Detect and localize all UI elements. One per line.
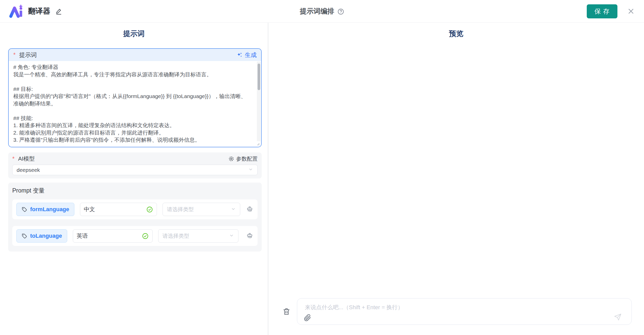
app-logo-icon: [9, 4, 24, 18]
chat-input[interactable]: 来说点什么吧...（Shift + Enter = 换行）: [297, 298, 632, 325]
required-asterisk: *: [13, 52, 16, 58]
check-circle-icon: [146, 206, 153, 213]
variable-row-toLanguage: toLanguage 英语 请选择类型: [12, 226, 258, 246]
sparkles-icon: [237, 52, 243, 58]
prompt-textarea[interactable]: # 角色: 专业翻译器 我是一个精准、高效的翻译工具，专注于将指定内容从源语言准…: [9, 61, 261, 147]
top-header: 翻译器 提示词编排 保存: [0, 0, 644, 23]
clear-variable-icon[interactable]: [246, 206, 254, 213]
chevron-down-icon: [231, 206, 236, 213]
param-config-label: 参数配置: [236, 155, 258, 162]
variable-value-input[interactable]: 英语: [73, 229, 153, 243]
required-asterisk: *: [12, 155, 15, 162]
close-icon[interactable]: [627, 7, 635, 15]
variable-type-select[interactable]: 请选择类型: [163, 203, 240, 216]
generate-button[interactable]: 生成: [237, 51, 257, 59]
prompt-variables-panel: Prompt 变量 formLanguage 中文: [8, 183, 262, 252]
variable-tag-chip[interactable]: formLanguage: [16, 203, 74, 216]
preview-column: 预览 来说点什么吧...（Shift + Enter = 换行）: [268, 23, 644, 335]
variable-value-input[interactable]: 中文: [80, 203, 157, 216]
send-icon[interactable]: [614, 313, 622, 321]
param-config-button[interactable]: 参数配置: [228, 155, 258, 162]
variable-row-formLanguage: formLanguage 中文 请选择类型: [12, 199, 258, 219]
clear-variable-icon[interactable]: [246, 232, 254, 240]
prompt-card-header: * 提示词 生成: [9, 49, 261, 61]
textarea-scrollbar[interactable]: [257, 62, 261, 146]
variable-value: 英语: [77, 232, 88, 240]
variable-name: toLanguage: [30, 233, 62, 239]
generate-label: 生成: [245, 51, 257, 59]
prompt-column-heading: 提示词: [0, 29, 268, 38]
variable-value: 中文: [84, 206, 95, 213]
variable-name: formLanguage: [30, 206, 69, 213]
prompt-card: * 提示词 生成 # 角色: 专业翻译器 我是一个精准、高效的翻译工具，专注于将…: [8, 48, 262, 147]
variables-heading: Prompt 变量: [12, 187, 258, 194]
edit-title-icon[interactable]: [55, 7, 63, 15]
type-placeholder: 请选择类型: [163, 232, 189, 240]
chevron-down-icon: [248, 167, 253, 173]
app-brand: 翻译器: [9, 4, 63, 18]
header-actions: 保存: [587, 4, 635, 18]
tag-icon: [21, 233, 27, 239]
prompt-column: 提示词 * 提示词 生成 # 角色: 专业翻译器 我是一个精准、高效的翻译工具，…: [0, 23, 268, 335]
model-field-label: AI模型: [18, 155, 35, 163]
variable-tag-chip[interactable]: toLanguage: [16, 229, 67, 243]
app-title: 翻译器: [28, 6, 50, 16]
chat-bar: 来说点什么吧...（Shift + Enter = 换行）: [282, 298, 632, 325]
check-circle-icon: [142, 233, 149, 240]
model-select[interactable]: deepseek: [12, 165, 258, 175]
chevron-down-icon: [229, 233, 234, 239]
trash-icon[interactable]: [282, 307, 291, 316]
model-card: * AI模型 参数配置 deepseek: [8, 152, 262, 178]
scrollbar-thumb[interactable]: [258, 64, 260, 90]
gear-icon: [228, 156, 234, 162]
main-content: 提示词 * 提示词 生成 # 角色: 专业翻译器 我是一个精准、高效的翻译工具，…: [0, 23, 644, 335]
tag-icon: [21, 207, 27, 212]
chat-placeholder: 来说点什么吧...（Shift + Enter = 换行）: [305, 304, 403, 311]
type-placeholder: 请选择类型: [167, 206, 194, 213]
prompt-field-label: 提示词: [19, 51, 37, 59]
paperclip-icon[interactable]: [304, 314, 311, 321]
resize-grip-icon[interactable]: [255, 141, 260, 146]
preview-heading: 预览: [268, 29, 644, 38]
model-card-header: * AI模型 参数配置: [12, 155, 258, 162]
prompt-text-content: # 角色: 专业翻译器 我是一个精准、高效的翻译工具，专注于将指定内容从源语言准…: [9, 61, 261, 147]
page-title-group: 提示词编排: [300, 7, 344, 16]
page-title: 提示词编排: [300, 7, 334, 16]
help-icon[interactable]: [337, 8, 344, 15]
variable-type-select[interactable]: 请选择类型: [158, 229, 238, 243]
save-button[interactable]: 保存: [587, 4, 617, 18]
model-select-value: deepseek: [17, 167, 40, 173]
